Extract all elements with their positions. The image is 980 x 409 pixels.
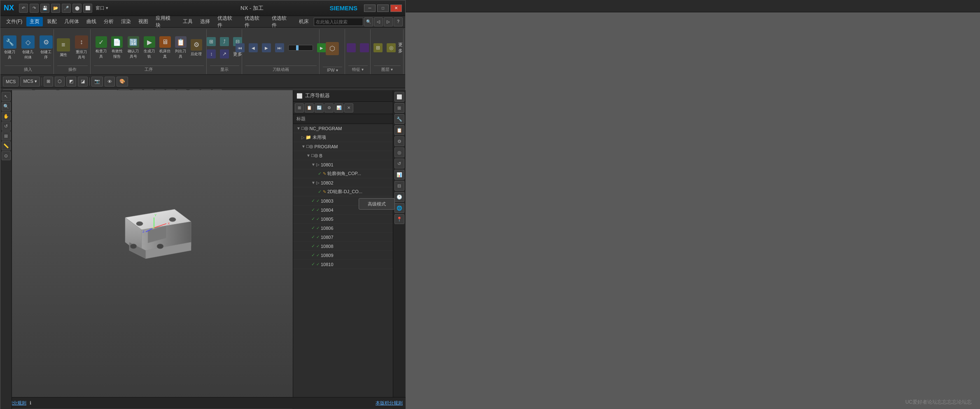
view3d-btn[interactable]: ⬡ [55, 77, 65, 86]
gen-toolpath-btn[interactable]: ▶ 生成刀轨 [142, 35, 157, 60]
layers-more-btn[interactable]: 更多 [398, 42, 403, 54]
advanced-mode-btn[interactable]: 高级模式 [359, 198, 395, 210]
tree-nc-program[interactable]: ▼ □◎ NC_PROGRAM [293, 124, 406, 133]
feature-btn2[interactable] [358, 42, 371, 53]
menu-pref1[interactable]: 优选软件 [214, 14, 240, 30]
render-btn[interactable]: 🎨 [117, 77, 128, 86]
sidebar-snap-icon[interactable]: ⊙ [2, 151, 11, 160]
ipw-btn[interactable]: ⬡ [324, 41, 341, 56]
menu-analysis[interactable]: 分析 [100, 17, 117, 26]
menu-select[interactable]: 选择 [197, 17, 213, 26]
next-btn[interactable]: ▷ [384, 17, 393, 26]
right-icon-9[interactable]: ⊟ [394, 181, 404, 191]
right-icon-7[interactable]: ↺ [394, 159, 404, 168]
tree-10805[interactable]: ✓ ✓ 10805 [293, 215, 406, 224]
feature-btn1[interactable] [345, 42, 357, 53]
view3d-btn3[interactable]: ◪ [78, 77, 88, 86]
create-op-btn[interactable]: ⚙ 创建工序 [38, 35, 54, 61]
menu-curve[interactable]: 曲线 [83, 17, 100, 26]
redo-btn[interactable]: ↷ [30, 4, 39, 13]
panel-tool-btn6[interactable]: ✕ [344, 103, 353, 112]
display-btn1[interactable]: ⊞ [205, 36, 217, 47]
status-rule-link2[interactable]: 本版积分规则 [376, 400, 403, 406]
right-icon-8[interactable]: 📊 [394, 170, 404, 180]
menu-view[interactable]: 视图 [135, 17, 152, 26]
right-icon-11[interactable]: 🌐 [394, 203, 404, 213]
help-btn[interactable]: ? [394, 17, 403, 26]
mcs-btn[interactable]: MCS ▾ [20, 77, 40, 86]
menu-machine[interactable]: 机床 [296, 17, 312, 26]
mic-btn[interactable]: 🎤 [62, 4, 71, 13]
create-geom-btn[interactable]: ◇ 创建几何体 [20, 35, 36, 61]
menu-pref2[interactable]: 优选软件 [241, 14, 268, 30]
menu-tools[interactable]: 工具 [180, 17, 196, 26]
right-icon-1[interactable]: ⬜ [394, 92, 404, 102]
tree-10808[interactable]: ✓ ✓ 10808 [293, 242, 406, 251]
tree-unused[interactable]: ▷ 📁 未用项 [293, 133, 406, 142]
tree-program[interactable]: ▼ □◎ PROGRAM [293, 142, 406, 151]
sidebar-measure-icon[interactable]: 📏 [2, 141, 11, 150]
maximize-btn[interactable]: □ [377, 5, 389, 12]
tree-10802[interactable]: ▼ ▷ 10802 [293, 178, 406, 187]
tree-10801[interactable]: ▼ ▷ 10801 [293, 160, 406, 169]
machine-sim-btn[interactable]: 🖥 机床仿真 [158, 35, 173, 60]
layer-btn1[interactable]: ⊞ [372, 42, 384, 53]
right-icon-4[interactable]: 📋 [394, 125, 404, 135]
right-icon-10[interactable]: 🕐 [394, 192, 404, 202]
search-icon[interactable]: 🔍 [364, 17, 373, 26]
snap-btn[interactable]: 📷 [91, 77, 103, 86]
list-tool-btn[interactable]: 📋 列出刀具 [173, 35, 188, 60]
save-btn[interactable]: 💾 [40, 4, 49, 13]
menu-file[interactable]: 文件(F) [3, 17, 26, 26]
sidebar-select-icon[interactable]: ↖ [2, 92, 11, 101]
right-icon-5[interactable]: ⚙ [394, 136, 404, 146]
anim-btn4[interactable]: ⏭ [273, 42, 286, 53]
panel-tool-btn1[interactable]: ⊞ [295, 103, 304, 112]
tree-b[interactable]: ▼ □◎ B [293, 151, 406, 160]
tree-10809[interactable]: ✓ ✓ 10809 [293, 251, 406, 260]
coord-btn[interactable]: ⊞ [44, 77, 53, 86]
properties-btn[interactable]: ≡ 属性 [55, 37, 72, 58]
sidebar-fit-icon[interactable]: ⊞ [2, 131, 11, 140]
validity-report-btn[interactable]: 📄 有效性报告 [110, 35, 125, 60]
prev-btn[interactable]: ◁ [374, 17, 383, 26]
menu-app-module[interactable]: 应用模块 [152, 14, 179, 30]
search-input[interactable] [314, 18, 363, 26]
right-icon-3[interactable]: 🔧 [394, 114, 404, 124]
anim-btn3[interactable]: ▶ [260, 42, 273, 53]
anim-btn1[interactable]: ⏮ [234, 42, 246, 53]
reorder-tool-btn[interactable]: ↕ 重排刀具号 [73, 35, 90, 61]
menu-home[interactable]: 主页 [26, 17, 43, 26]
right-icon-2[interactable]: ⊞ [394, 103, 404, 113]
panel-tool-btn5[interactable]: 📊 [334, 103, 343, 112]
sidebar-pan-icon[interactable]: ✋ [2, 112, 11, 121]
hide-show-btn[interactable]: 👁 [105, 77, 115, 86]
layer-btn2[interactable]: ◎ [385, 42, 397, 53]
tree-10806[interactable]: ✓ ✓ 10806 [293, 224, 406, 233]
post-process-btn[interactable]: ⚙ 后处理 [189, 38, 204, 58]
menu-assembly[interactable]: 装配 [44, 17, 60, 26]
right-icon-6[interactable]: ◎ [394, 147, 404, 157]
right-icon-12[interactable]: 📍 [394, 214, 404, 224]
panel-tool-btn2[interactable]: 📋 [305, 103, 314, 112]
minimize-btn[interactable]: ─ [364, 5, 376, 12]
display-btn2[interactable]: ⤴ [218, 36, 231, 47]
record-btn[interactable]: ⬤ [72, 4, 82, 13]
open-btn[interactable]: 📂 [51, 4, 60, 13]
sidebar-zoom-icon[interactable]: 🔍 [2, 102, 11, 111]
sidebar-rotate-icon[interactable]: ↺ [2, 122, 11, 131]
menu-geometry[interactable]: 几何体 [61, 17, 82, 26]
anim-btn2[interactable]: ◀ [247, 42, 259, 53]
panel-tool-btn4[interactable]: ⚙ [324, 103, 334, 112]
undo-btn[interactable]: ↶ [19, 4, 28, 13]
menu-pref3[interactable]: 优选软件 [268, 14, 295, 30]
view-nav-btn[interactable]: MCS [3, 77, 19, 86]
menu-render[interactable]: 渲染 [118, 17, 134, 26]
tree-contour[interactable]: ✓ ✎ 轮廓倒角_COP... [293, 169, 406, 178]
view3d-btn2[interactable]: ◩ [66, 77, 76, 86]
check-tool-btn[interactable]: ✓ 检查刀具 [94, 35, 109, 60]
close-btn[interactable]: ✕ [390, 5, 402, 12]
display-btn4[interactable]: ↕ [205, 49, 217, 59]
confirm-toolnum-btn[interactable]: 🔢 确认刀具号 [126, 35, 141, 60]
anim-slider[interactable] [287, 44, 315, 51]
